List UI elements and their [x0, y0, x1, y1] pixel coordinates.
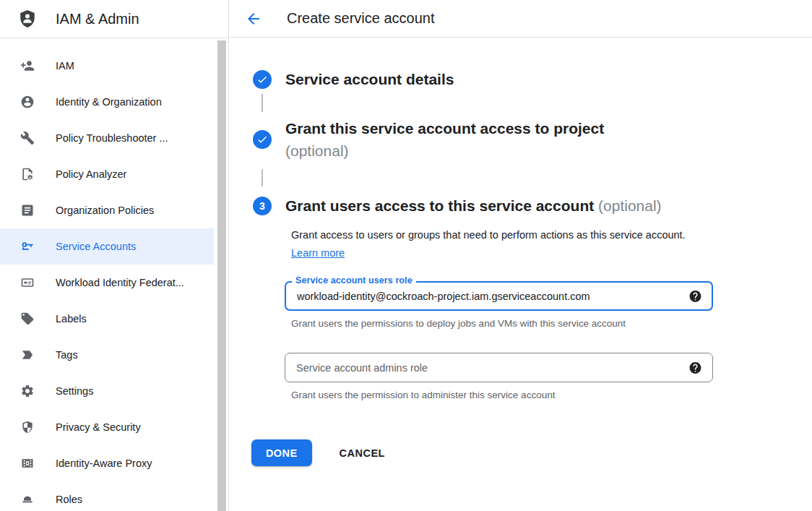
users-role-label: Service account users role	[292, 275, 416, 285]
sidebar-nav: IAM Identity & Organization Policy Troub…	[0, 38, 228, 511]
admins-role-input[interactable]	[285, 353, 713, 382]
done-button[interactable]: DONE	[251, 439, 312, 466]
wrench-icon	[20, 131, 35, 145]
description-text: Grant access to users or groups that nee…	[291, 229, 686, 241]
step-2-grant-access-to-project: Grant this service account access to pro…	[253, 117, 812, 162]
sidebar-title: IAM & Admin	[56, 11, 139, 27]
sidebar-item-label: IAM	[56, 60, 74, 72]
sidebar-item-label: Policy Analyzer	[56, 168, 126, 180]
sidebar-item-roles[interactable]: Roles	[0, 481, 214, 511]
step-2-title-block: Grant this service account access to pro…	[285, 117, 604, 162]
step-3-number-badge: 3	[253, 197, 272, 215]
account-circle-icon	[20, 95, 35, 109]
step-2-title: Grant this service account access to pro…	[285, 120, 604, 137]
service-account-icon	[20, 239, 35, 254]
article-icon	[20, 203, 35, 218]
sidebar-item-label: Tags	[56, 349, 78, 361]
sidebar-item-identity-aware-proxy[interactable]: Identity-Aware Proxy	[0, 445, 214, 481]
page-title: Create service account	[287, 10, 435, 27]
admins-role-help-icon[interactable]	[688, 361, 702, 374]
users-role-help-icon[interactable]	[688, 289, 702, 303]
sidebar-item-label: Policy Troubleshooter ...	[56, 132, 168, 144]
step-3-optional-label: (optional)	[598, 197, 662, 214]
iam-shield-logo-icon	[18, 9, 37, 28]
users-role-field: Service account users role	[285, 281, 713, 311]
step-3-body: Grant access to users or groups that nee…	[285, 226, 812, 400]
sidebar-item-label: Workload Identity Federat...	[56, 277, 184, 288]
step-1-service-account-details: Service account details	[253, 70, 812, 89]
step-3-grant-users-access: 3 Grant users access to this service acc…	[253, 197, 812, 215]
sidebar-item-label: Privacy & Security	[56, 421, 141, 433]
sidebar-header: IAM & Admin	[0, 0, 228, 38]
hat-icon	[20, 492, 35, 507]
shield-half-icon	[20, 420, 35, 434]
sidebar-item-label: Settings	[56, 385, 93, 397]
create-service-account-form: Service account details Grant this servi…	[230, 38, 812, 466]
admins-role-field	[285, 353, 713, 382]
badge-card-icon	[20, 275, 35, 290]
step-3-description: Grant access to users or groups that nee…	[285, 226, 690, 262]
form-actions: DONE CANCEL	[251, 439, 812, 466]
users-role-input[interactable]	[285, 281, 713, 311]
sidebar-scrollbar[interactable]	[217, 40, 226, 511]
stepper-connector	[262, 169, 263, 186]
users-role-helper-text: Grant users the permissions to deploy jo…	[285, 318, 812, 329]
sidebar-item-policy-troubleshooter[interactable]: Policy Troubleshooter ...	[0, 120, 214, 156]
sidebar-item-label: Identity-Aware Proxy	[56, 458, 152, 469]
sidebar-item-iam[interactable]: IAM	[0, 48, 214, 84]
stepper-connector	[262, 94, 263, 112]
label-tag-icon	[20, 312, 35, 326]
sidebar-item-label: Labels	[56, 313, 87, 325]
sidebar-item-identity-organization[interactable]: Identity & Organization	[0, 84, 214, 120]
iam-admin-page: IAM & Admin IAM Identity & Organization …	[0, 0, 812, 511]
learn-more-link[interactable]: Learn more	[291, 247, 345, 259]
sidebar-item-policy-analyzer[interactable]: Policy Analyzer	[0, 156, 214, 192]
step-1-check-icon	[253, 70, 272, 89]
step-3-title-block: Grant users access to this service accou…	[285, 197, 662, 215]
sidebar-item-organization-policies[interactable]: Organization Policies	[0, 192, 214, 228]
sidebar: IAM & Admin IAM Identity & Organization …	[0, 0, 229, 511]
sidebar-item-settings[interactable]: Settings	[0, 373, 214, 409]
back-arrow-icon[interactable]	[245, 10, 262, 27]
sidebar-item-service-accounts[interactable]: Service Accounts	[0, 228, 214, 265]
sidebar-item-label: Service Accounts	[56, 241, 136, 252]
sidebar-item-label: Roles	[56, 494, 82, 505]
sidebar-item-privacy-security[interactable]: Privacy & Security	[0, 409, 214, 445]
label-important-icon	[20, 348, 35, 362]
step-2-check-icon	[253, 130, 272, 149]
main-panel: Create service account Service account d…	[230, 0, 812, 511]
sidebar-item-tags[interactable]: Tags	[0, 337, 214, 373]
cancel-button[interactable]: CANCEL	[335, 447, 389, 460]
step-2-optional-label: (optional)	[285, 142, 349, 159]
iap-icon	[20, 456, 35, 471]
gear-icon	[20, 384, 35, 398]
admins-role-helper-text: Grant users the permission to administer…	[285, 390, 812, 400]
sidebar-item-label: Organization Policies	[56, 205, 154, 216]
sidebar-item-workload-identity-federation[interactable]: Workload Identity Federat...	[0, 265, 214, 301]
policy-analyzer-icon	[20, 167, 35, 181]
sidebar-item-label: Identity & Organization	[56, 96, 162, 108]
person-add-icon	[20, 59, 35, 73]
sidebar-item-labels[interactable]: Labels	[0, 301, 214, 337]
step-1-title: Service account details	[285, 70, 454, 89]
main-header: Create service account	[230, 0, 812, 38]
step-3-title: Grant users access to this service accou…	[285, 197, 594, 214]
